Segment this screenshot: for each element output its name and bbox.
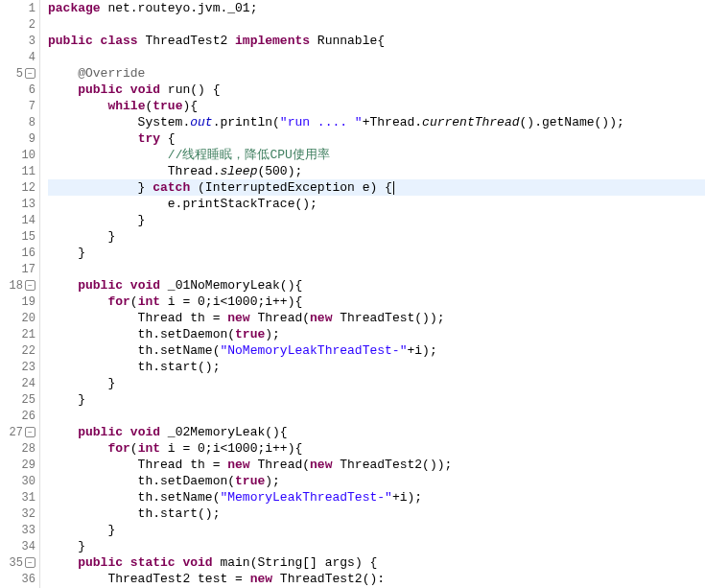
code-line[interactable]: for(int i = 0;i<1000;i++){ bbox=[48, 294, 705, 310]
code-line[interactable]: th.start(); bbox=[48, 359, 705, 375]
code-line[interactable]: e.printStackTrace(); bbox=[48, 196, 705, 212]
line-number: 4 bbox=[14, 51, 35, 64]
code-line[interactable]: } bbox=[48, 538, 705, 554]
code-line[interactable]: th.setDaemon(true); bbox=[48, 473, 705, 489]
gutter-row: 1 bbox=[0, 0, 39, 16]
line-number: 9 bbox=[14, 132, 35, 146]
code-line[interactable]: Thread th = new Thread(new ThreadTest())… bbox=[48, 310, 705, 326]
code-line[interactable]: } bbox=[48, 228, 705, 245]
code-line[interactable]: } bbox=[48, 245, 705, 261]
code-line[interactable]: //线程睡眠，降低CPU使用率 bbox=[48, 147, 705, 163]
gutter-row: 29 bbox=[0, 457, 39, 473]
code-line-active[interactable]: } catch (InterruptedException e) { bbox=[48, 179, 705, 196]
fold-minus-icon[interactable]: − bbox=[25, 280, 35, 291]
code-line[interactable]: package net.routeyo.jvm._01; bbox=[48, 0, 705, 16]
line-number: 28 bbox=[14, 442, 35, 456]
fold-minus-icon[interactable]: − bbox=[25, 68, 35, 79]
code-line[interactable]: public void _02MemoryLeak(){ bbox=[48, 424, 705, 440]
gutter-row: 17 bbox=[0, 261, 39, 277]
gutter-row: 35− bbox=[0, 554, 39, 571]
gutter-row: 23 bbox=[0, 359, 39, 375]
gutter-row: 32 bbox=[0, 506, 39, 522]
gutter-row: 13 bbox=[0, 196, 39, 212]
code-line[interactable]: public class ThreadTest2 implements Runn… bbox=[48, 33, 705, 49]
line-number: 22 bbox=[14, 344, 35, 358]
line-number: 1 bbox=[14, 2, 35, 15]
gutter-row: 24 bbox=[0, 375, 39, 391]
gutter-row: 4 bbox=[0, 49, 39, 65]
code-line[interactable]: try { bbox=[48, 130, 705, 147]
code-line[interactable]: for(int i = 0;i<1000;i++){ bbox=[48, 440, 705, 457]
line-number: 23 bbox=[14, 361, 35, 374]
line-number: 16 bbox=[14, 247, 35, 260]
gutter-row: 15 bbox=[0, 228, 39, 245]
gutter-row: 8 bbox=[0, 114, 39, 130]
line-number: 32 bbox=[14, 507, 35, 521]
code-line[interactable] bbox=[48, 408, 705, 424]
line-number: 17 bbox=[14, 263, 35, 276]
fold-minus-icon[interactable]: − bbox=[25, 427, 35, 437]
gutter-row: 28 bbox=[0, 440, 39, 457]
gutter-row: 5− bbox=[0, 65, 39, 82]
line-number-gutter: 1 2 3 4 5− 6 7 8 9 10 11 12 13 14 15 16 … bbox=[0, 0, 40, 588]
line-number: 6 bbox=[14, 83, 35, 97]
line-number: 14 bbox=[14, 214, 35, 227]
gutter-row: 33 bbox=[0, 522, 39, 538]
gutter-row: 19 bbox=[0, 294, 39, 310]
line-number: 12 bbox=[14, 181, 35, 195]
gutter-row: 27− bbox=[0, 424, 39, 440]
code-line[interactable]: } bbox=[48, 391, 705, 408]
code-line[interactable]: public void _01NoMemoryLeak(){ bbox=[48, 277, 705, 294]
code-line[interactable]: th.setName("NoMemoryLeakThreadTest-"+i); bbox=[48, 342, 705, 359]
line-number: 20 bbox=[14, 312, 35, 325]
line-number: 34 bbox=[14, 540, 35, 553]
fold-minus-icon[interactable]: − bbox=[25, 557, 35, 568]
gutter-row: 9 bbox=[0, 130, 39, 147]
code-line[interactable] bbox=[48, 261, 705, 277]
gutter-row: 25 bbox=[0, 391, 39, 408]
gutter-row: 31 bbox=[0, 489, 39, 506]
code-line[interactable] bbox=[48, 49, 705, 65]
line-number: 15 bbox=[14, 230, 35, 244]
code-line[interactable]: Thread th = new Thread(new ThreadTest2()… bbox=[48, 457, 705, 473]
code-line[interactable]: System.out.println("run .... "+Thread.cu… bbox=[48, 114, 705, 130]
text-cursor-icon bbox=[393, 181, 394, 195]
line-number: 33 bbox=[14, 524, 35, 537]
gutter-row: 14 bbox=[0, 212, 39, 228]
code-line[interactable]: public void run() { bbox=[48, 82, 705, 98]
line-number: 29 bbox=[14, 459, 35, 472]
line-number: 13 bbox=[14, 198, 35, 211]
code-line[interactable]: while(true){ bbox=[48, 98, 705, 114]
gutter-row: 7 bbox=[0, 98, 39, 114]
code-line[interactable]: } bbox=[48, 522, 705, 538]
gutter-row: 10 bbox=[0, 147, 39, 163]
line-number: 30 bbox=[14, 475, 35, 488]
code-line[interactable]: @Override bbox=[48, 65, 705, 82]
line-number: 24 bbox=[14, 377, 35, 390]
line-number: 2 bbox=[14, 18, 35, 32]
gutter-row: 6 bbox=[0, 82, 39, 98]
code-line[interactable]: } bbox=[48, 212, 705, 228]
code-line[interactable]: th.setDaemon(true); bbox=[48, 326, 705, 342]
line-number: 35 bbox=[2, 556, 23, 570]
code-editor[interactable]: package net.routeyo.jvm._01; public clas… bbox=[40, 0, 705, 588]
line-number: 18 bbox=[2, 279, 23, 293]
line-number: 8 bbox=[14, 116, 35, 129]
gutter-row: 16 bbox=[0, 245, 39, 261]
code-line[interactable]: public static void main(String[] args) { bbox=[48, 554, 705, 571]
code-line[interactable]: } bbox=[48, 375, 705, 391]
gutter-row: 18− bbox=[0, 277, 39, 294]
gutter-row: 26 bbox=[0, 408, 39, 424]
code-line[interactable]: ThreadTest2 test = new ThreadTest2(): bbox=[48, 571, 705, 587]
code-line[interactable]: th.setName("MemoryLeakThreadTest-"+i); bbox=[48, 489, 705, 506]
line-number: 31 bbox=[14, 491, 35, 505]
gutter-row: 2 bbox=[0, 16, 39, 33]
gutter-row: 12 bbox=[0, 179, 39, 196]
code-line[interactable] bbox=[48, 16, 705, 33]
line-number: 26 bbox=[14, 410, 35, 423]
code-line[interactable]: Thread.sleep(500); bbox=[48, 163, 705, 179]
gutter-row: 30 bbox=[0, 473, 39, 489]
line-number: 21 bbox=[14, 328, 35, 341]
code-line[interactable]: th.start(); bbox=[48, 506, 705, 522]
gutter-row: 34 bbox=[0, 538, 39, 554]
